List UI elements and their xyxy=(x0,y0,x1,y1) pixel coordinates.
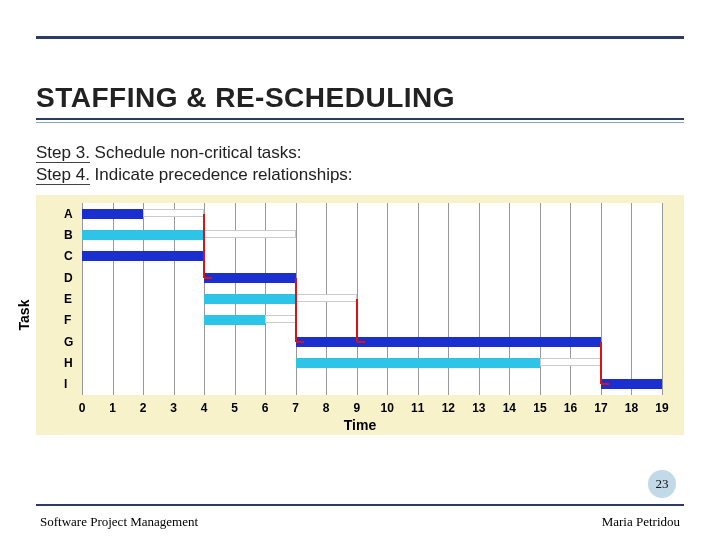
x-tick: 14 xyxy=(503,401,516,415)
x-tick: 11 xyxy=(411,401,424,415)
step-4: Step 4. Indicate precedence relationship… xyxy=(36,165,684,185)
task-label: I xyxy=(64,377,67,391)
x-tick: 6 xyxy=(262,401,269,415)
gantt-bar xyxy=(82,230,204,240)
title-underline xyxy=(36,122,684,123)
y-axis-label: Task xyxy=(16,300,32,331)
step-4-text: Indicate precedence relationships: xyxy=(90,165,353,184)
x-tick: 18 xyxy=(625,401,638,415)
footer-rule xyxy=(36,504,684,506)
gantt-bar xyxy=(82,251,204,261)
gantt-bar xyxy=(296,294,357,302)
x-tick: 7 xyxy=(292,401,299,415)
x-tick: 9 xyxy=(353,401,360,415)
task-label: F xyxy=(64,313,71,327)
x-tick: 2 xyxy=(140,401,147,415)
page-number-badge: 23 xyxy=(648,470,676,498)
x-tick: 10 xyxy=(381,401,394,415)
task-label: B xyxy=(64,228,73,242)
step-list: Step 3. Schedule non-critical tasks: Ste… xyxy=(36,143,684,185)
x-tick: 12 xyxy=(442,401,455,415)
task-label: G xyxy=(64,335,73,349)
gantt-bar xyxy=(601,379,662,389)
gantt-bar xyxy=(204,294,296,304)
x-tick: 13 xyxy=(472,401,485,415)
page-title: STAFFING & RE-SCHEDULING xyxy=(36,82,684,120)
gantt-bar xyxy=(82,209,143,219)
gantt-bar xyxy=(204,315,265,325)
footer-left: Software Project Management xyxy=(40,514,198,530)
x-tick: 5 xyxy=(231,401,238,415)
x-tick: 3 xyxy=(170,401,177,415)
x-axis-label: Time xyxy=(36,417,684,433)
top-rule xyxy=(36,36,684,39)
gantt-bar xyxy=(204,273,296,283)
x-tick: 4 xyxy=(201,401,208,415)
task-label: C xyxy=(64,249,73,263)
gantt-chart: Task ABCDEFGHI 0123456789101112131415161… xyxy=(36,195,684,435)
x-tick: 1 xyxy=(109,401,116,415)
x-tick: 19 xyxy=(655,401,668,415)
task-label: E xyxy=(64,292,72,306)
gantt-bar xyxy=(296,358,540,368)
step-3-label: Step 3. xyxy=(36,143,90,163)
x-tick: 0 xyxy=(79,401,86,415)
x-tick: 17 xyxy=(594,401,607,415)
task-label: D xyxy=(64,271,73,285)
x-tick: 15 xyxy=(533,401,546,415)
gantt-plot-area: ABCDEFGHI xyxy=(82,203,662,395)
x-tick-labels: 012345678910111213141516171819 xyxy=(82,401,662,415)
gantt-bar xyxy=(265,315,296,323)
gantt-bar xyxy=(204,230,296,238)
x-tick: 8 xyxy=(323,401,330,415)
x-tick: 16 xyxy=(564,401,577,415)
task-label: H xyxy=(64,356,73,370)
gantt-bar xyxy=(143,209,204,217)
task-label: A xyxy=(64,207,73,221)
step-4-label: Step 4. xyxy=(36,165,90,185)
step-3: Step 3. Schedule non-critical tasks: xyxy=(36,143,684,163)
gantt-bar xyxy=(296,337,601,347)
gantt-bar xyxy=(540,358,601,366)
footer-right: Maria Petridou xyxy=(602,514,680,530)
step-3-text: Schedule non-critical tasks: xyxy=(90,143,302,162)
